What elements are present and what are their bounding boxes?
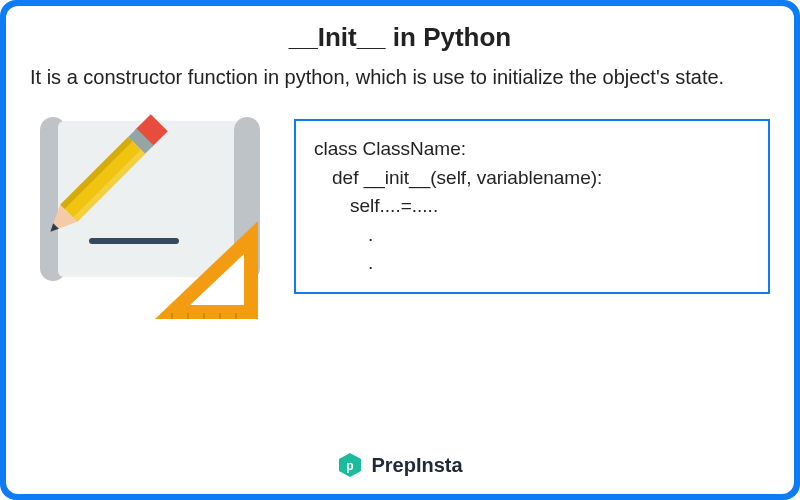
blueprint-pencil-triangle-illustration	[40, 109, 270, 324]
code-line-4: .	[314, 221, 750, 250]
page-title: __Init__ in Python	[30, 22, 770, 53]
code-line-5: .	[314, 249, 750, 278]
outer-frame: __Init__ in Python It is a constructor f…	[0, 0, 800, 500]
subtitle: It is a constructor function in python, …	[30, 63, 770, 91]
code-line-2: def __init__(self, variablename):	[314, 164, 750, 193]
svg-text:p: p	[347, 459, 354, 473]
footer: p PrepInsta	[30, 444, 770, 478]
content-row: class ClassName: def __init__(self, vari…	[30, 109, 770, 444]
card: __Init__ in Python It is a constructor f…	[6, 6, 794, 494]
brand-name: PrepInsta	[371, 454, 462, 477]
code-box: class ClassName: def __init__(self, vari…	[294, 119, 770, 294]
code-line-1: class ClassName:	[314, 135, 750, 164]
brand-logo-icon: p	[337, 452, 363, 478]
code-line-3: self....=.....	[314, 192, 750, 221]
